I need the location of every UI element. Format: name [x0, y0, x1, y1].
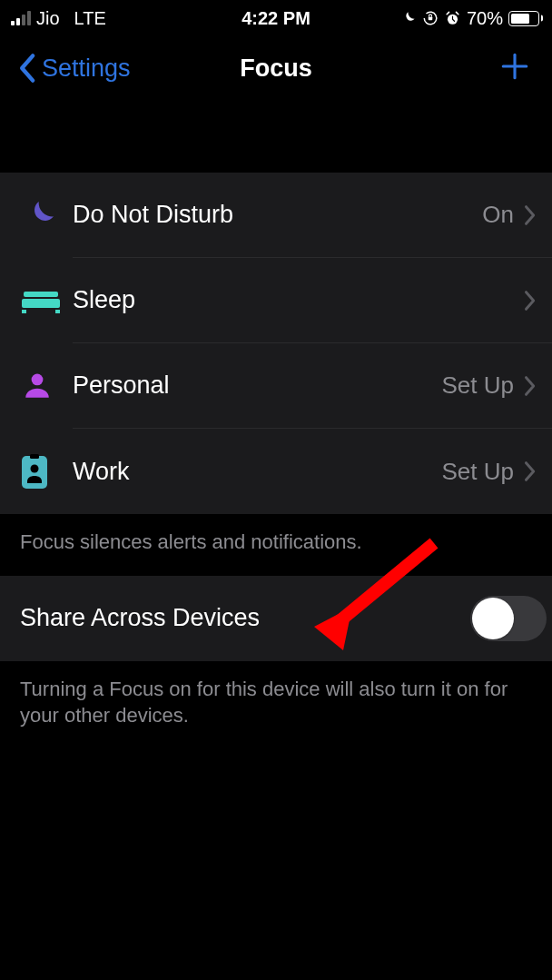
row-status: Set Up	[442, 371, 515, 400]
nav-bar: Settings Focus	[0, 36, 552, 100]
share-label: Share Across Devices	[20, 604, 470, 632]
orientation-lock-icon	[422, 10, 439, 26]
focus-row-work[interactable]: Work Set Up	[0, 429, 552, 514]
chevron-right-icon	[523, 460, 536, 482]
focus-row-sleep[interactable]: Sleep	[0, 258, 552, 343]
chevron-right-icon	[523, 290, 536, 312]
badge-icon	[22, 454, 47, 489]
svg-rect-5	[22, 299, 60, 308]
svg-rect-4	[24, 292, 58, 297]
row-label: Personal	[73, 371, 442, 400]
focus-row-personal[interactable]: Personal Set Up	[0, 343, 552, 429]
moon-icon	[400, 10, 417, 26]
row-label: Work	[73, 458, 442, 486]
row-label: Sleep	[73, 286, 514, 314]
status-bar: Jio LTE 4:22 PM 70%	[0, 0, 552, 36]
moon-icon	[22, 197, 58, 233]
network-label: LTE	[74, 8, 106, 29]
chevron-right-icon	[523, 204, 536, 226]
focus-footer-text: Focus silences alerts and notifications.	[0, 514, 552, 576]
svg-rect-7	[55, 310, 60, 313]
signal-strength-icon	[11, 11, 31, 25]
row-label: Do Not Disturb	[73, 201, 482, 229]
row-status: On	[482, 201, 514, 229]
chevron-left-icon	[18, 53, 38, 84]
alarm-icon	[444, 10, 461, 27]
battery-percent: 70%	[467, 8, 503, 29]
chevron-right-icon	[523, 375, 536, 397]
add-button[interactable]	[499, 51, 530, 85]
share-across-devices-row[interactable]: Share Across Devices	[0, 576, 552, 661]
svg-point-8	[32, 374, 44, 386]
focus-modes-section: Do Not Disturb On Sleep	[0, 173, 552, 514]
svg-point-11	[31, 465, 39, 473]
svg-rect-6	[22, 310, 26, 313]
back-button[interactable]: Settings	[18, 53, 131, 84]
svg-rect-10	[30, 454, 39, 459]
carrier-label: Jio	[36, 8, 60, 29]
bed-icon	[22, 288, 60, 313]
row-status: Set Up	[442, 458, 515, 486]
focus-row-do-not-disturb[interactable]: Do Not Disturb On	[0, 173, 552, 258]
status-right: 70%	[400, 8, 539, 29]
status-left: Jio LTE	[11, 8, 106, 29]
plus-icon	[499, 51, 530, 82]
svg-rect-0	[429, 17, 433, 21]
back-label: Settings	[42, 54, 131, 83]
share-section: Share Across Devices	[0, 576, 552, 661]
share-footer-text: Turning a Focus on for this device will …	[0, 661, 552, 749]
person-icon	[22, 371, 53, 401]
battery-icon	[508, 11, 539, 26]
share-toggle[interactable]	[470, 596, 547, 641]
